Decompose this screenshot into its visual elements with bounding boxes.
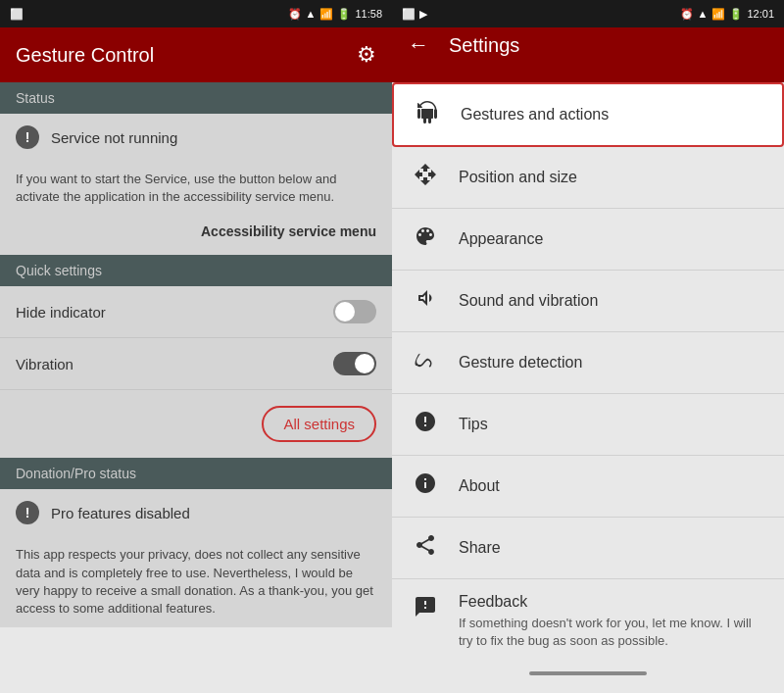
hide-indicator-row: Hide indicator — [0, 286, 392, 338]
feedback-title: Feedback — [459, 593, 764, 611]
back-button[interactable]: ← — [408, 32, 429, 58]
left-app-bar: Gesture Control ⚙ — [0, 27, 392, 82]
settings-item-share[interactable]: Share — [392, 518, 784, 579]
pro-status-item: ! Pro features disabled — [0, 489, 392, 536]
all-settings-container: All settings — [0, 390, 392, 458]
bottom-bar — [392, 664, 784, 683]
right-screenshot-icon: ⬜ — [402, 8, 416, 21]
right-status-left-icons: ⬜ ▶ — [402, 8, 427, 21]
feedback-text: Feedback If something doesn't work for y… — [459, 593, 764, 650]
left-status-bar: ⬜ ⏰ ▲ 📶 🔋 11:58 — [0, 0, 392, 27]
settings-item-about[interactable]: About — [392, 456, 784, 518]
left-content: Status ! Service not running If you want… — [0, 82, 392, 693]
vibration-knob — [355, 354, 374, 373]
hide-indicator-knob — [335, 302, 355, 322]
right-time-display: 12:01 — [747, 8, 774, 20]
settings-icon[interactable]: ⚙ — [357, 42, 376, 68]
gestures-actions-label: Gestures and actions — [461, 106, 609, 124]
left-status-bar-right-icons: ⏰ ▲ 📶 🔋 11:58 — [288, 8, 382, 21]
service-description: If you want to start the Service, use th… — [0, 161, 392, 216]
pro-status-text: Pro features disabled — [51, 505, 190, 521]
sound-vibration-label: Sound and vibration — [459, 292, 598, 310]
all-settings-button[interactable]: All settings — [262, 406, 376, 442]
settings-item-gestures-actions[interactable]: Gestures and actions — [392, 82, 784, 147]
right-app-bar: ⬜ ▶ ⏰ ▲ 📶 🔋 12:01 ← Settings — [392, 0, 784, 82]
status-header: Status — [0, 82, 392, 114]
alarm-icon: ⏰ — [288, 8, 302, 21]
pro-warning-icon: ! — [16, 501, 39, 524]
signal-icon: 📶 — [319, 8, 333, 21]
settings-item-gesture-detection[interactable]: Gesture detection — [392, 332, 784, 394]
hide-indicator-toggle[interactable] — [333, 300, 376, 323]
accessibility-btn-container: Accessibility service menu — [0, 216, 392, 255]
right-youtube-icon: ▶ — [419, 8, 427, 21]
tips-icon — [412, 410, 439, 439]
time-display: 11:58 — [355, 8, 382, 20]
share-icon — [412, 533, 439, 563]
pro-description: This app respects your privacy, does not… — [0, 536, 392, 627]
palette-icon — [412, 224, 439, 254]
accessibility-service-menu-button[interactable]: Accessibility service menu — [201, 223, 376, 239]
warning-icon: ! — [16, 125, 39, 149]
settings-list: Gestures and actions Position and size A… — [392, 82, 784, 693]
right-status-right-icons: ⏰ ▲ 📶 🔋 12:01 — [680, 8, 774, 21]
right-app-bar-title: Settings — [449, 34, 519, 57]
settings-item-feedback[interactable]: Feedback If something doesn't work for y… — [392, 579, 784, 664]
volume-icon — [412, 286, 439, 316]
right-battery-icon: 🔋 — [729, 8, 743, 21]
gesture-detection-label: Gesture detection — [459, 354, 582, 371]
service-status-item: ! Service not running — [0, 114, 392, 161]
android-icon — [414, 100, 441, 129]
battery-icon: 🔋 — [337, 8, 351, 21]
position-icon — [412, 163, 439, 192]
vibration-row: Vibration — [0, 338, 392, 390]
settings-item-appearance[interactable]: Appearance — [392, 209, 784, 271]
right-wifi-icon: ▲ — [698, 8, 709, 20]
appearance-label: Appearance — [459, 230, 543, 248]
right-signal-icon: 📶 — [711, 8, 725, 21]
gesture-icon — [412, 348, 439, 377]
vibration-toggle[interactable] — [333, 352, 376, 375]
hide-indicator-label: Hide indicator — [16, 304, 106, 321]
screenshot-icon: ⬜ — [10, 8, 24, 21]
tips-label: Tips — [459, 416, 488, 433]
info-icon — [412, 471, 439, 501]
donation-header: Donation/Pro status — [0, 458, 392, 489]
about-label: About — [459, 477, 500, 495]
right-panel: ⬜ ▶ ⏰ ▲ 📶 🔋 12:01 ← Settings — [392, 0, 784, 693]
share-label: Share — [459, 539, 501, 557]
settings-item-tips[interactable]: Tips — [392, 394, 784, 456]
settings-item-position-size[interactable]: Position and size — [392, 147, 784, 209]
right-alarm-icon: ⏰ — [680, 8, 694, 21]
quick-settings-header: Quick settings — [0, 255, 392, 286]
settings-item-sound-vibration[interactable]: Sound and vibration — [392, 271, 784, 332]
feedback-icon — [412, 595, 439, 624]
feedback-description: If something doesn't work for you, let m… — [459, 615, 764, 650]
app-title: Gesture Control — [16, 44, 154, 67]
position-size-label: Position and size — [459, 169, 577, 186]
left-panel: ⬜ ⏰ ▲ 📶 🔋 11:58 Gesture Control ⚙ Status… — [0, 0, 392, 693]
vibration-label: Vibration — [16, 356, 74, 372]
bottom-indicator — [529, 671, 647, 675]
wifi-icon: ▲ — [306, 8, 317, 20]
service-status-text: Service not running — [51, 129, 177, 146]
left-status-bar-left-icons: ⬜ — [10, 8, 24, 21]
